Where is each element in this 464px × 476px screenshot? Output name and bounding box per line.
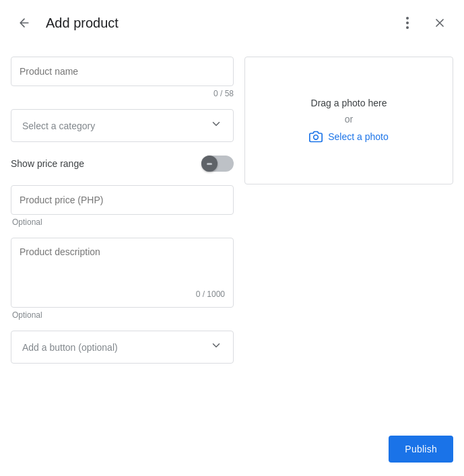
product-description-optional: Optional (11, 310, 234, 320)
header-actions (394, 9, 453, 36)
product-description-textarea[interactable] (20, 246, 225, 287)
product-name-input[interactable] (20, 66, 225, 77)
header: Add product (0, 0, 464, 46)
page-title: Add product (46, 15, 394, 31)
add-button-dropdown-label: Add a button (optional) (22, 342, 118, 353)
show-price-range-label: Show price range (11, 158, 84, 169)
right-column: Drag a photo here or Select a photo (244, 57, 453, 364)
product-price-optional: Optional (11, 217, 234, 227)
category-dropdown[interactable]: Select a category (11, 109, 234, 142)
toggle-track[interactable] (201, 156, 234, 172)
svg-point-0 (314, 135, 319, 140)
show-price-range-row: Show price range (11, 153, 234, 174)
toggle-thumb-inner (207, 163, 212, 165)
category-dropdown-label: Select a category (22, 121, 95, 131)
close-icon (433, 16, 446, 30)
product-name-field-wrapper: 0 / 58 (11, 57, 234, 98)
product-name-char-count: 0 / 58 (11, 89, 234, 98)
or-text: or (345, 114, 353, 125)
select-photo-button[interactable]: Select a photo (309, 130, 389, 143)
more-vert-icon (406, 17, 409, 29)
publish-button[interactable]: Publish (389, 436, 453, 463)
add-button-dropdown[interactable]: Add a button (optional) (11, 331, 234, 364)
product-description-input-wrapper[interactable]: 0 / 1000 (11, 238, 234, 308)
main-content: 0 / 58 Select a category Show price rang… (0, 46, 464, 374)
toggle-thumb (201, 156, 218, 172)
product-price-input[interactable] (20, 195, 225, 205)
left-column: 0 / 58 Select a category Show price rang… (11, 57, 234, 364)
back-button[interactable] (11, 9, 38, 36)
product-description-char-count: 0 / 1000 (20, 290, 225, 299)
product-price-field-wrapper: Optional (11, 185, 234, 227)
product-description-field-wrapper: 0 / 1000 Optional (11, 238, 234, 320)
product-price-input-wrapper[interactable] (11, 185, 234, 215)
close-button[interactable] (426, 9, 453, 36)
drag-photo-text: Drag a photo here (311, 98, 387, 108)
chevron-down-icon (210, 118, 222, 133)
more-options-button[interactable] (394, 9, 421, 36)
add-button-chevron-down-icon (210, 339, 222, 355)
product-name-input-wrapper[interactable] (11, 57, 234, 86)
photo-upload-area[interactable]: Drag a photo here or Select a photo (244, 57, 453, 184)
show-price-range-toggle[interactable] (201, 156, 234, 172)
select-photo-label: Select a photo (328, 131, 389, 142)
camera-icon (309, 130, 323, 143)
